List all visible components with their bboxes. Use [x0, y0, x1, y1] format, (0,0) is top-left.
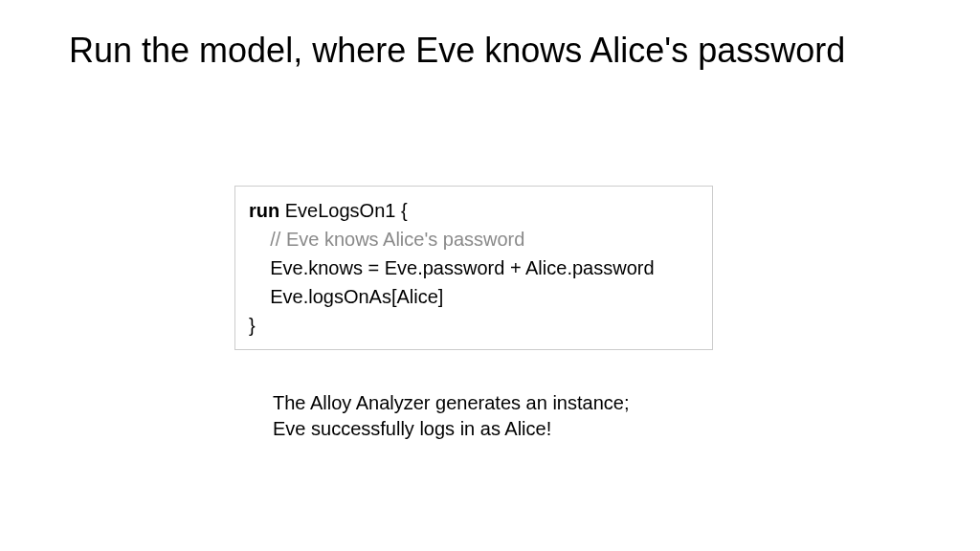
code-line-2-comment: // Eve knows Alice's password	[249, 225, 699, 253]
caption: The Alloy Analyzer generates an instance…	[273, 390, 629, 442]
caption-line-1: The Alloy Analyzer generates an instance…	[273, 390, 629, 416]
code-line-1-rest: EveLogsOn1 {	[279, 200, 407, 221]
keyword-run: run	[249, 200, 279, 221]
code-line-3: Eve.knows = Eve.password + Alice.passwor…	[249, 253, 699, 282]
slide-title: Run the model, where Eve knows Alice's p…	[69, 29, 911, 72]
code-line-4: Eve.logsOnAs[Alice]	[249, 282, 699, 311]
code-line-1: run EveLogsOn1 {	[249, 196, 699, 225]
caption-line-2: Eve successfully logs in as Alice!	[273, 416, 629, 442]
code-block: run EveLogsOn1 { // Eve knows Alice's pa…	[234, 186, 713, 350]
code-line-5: }	[249, 311, 699, 340]
